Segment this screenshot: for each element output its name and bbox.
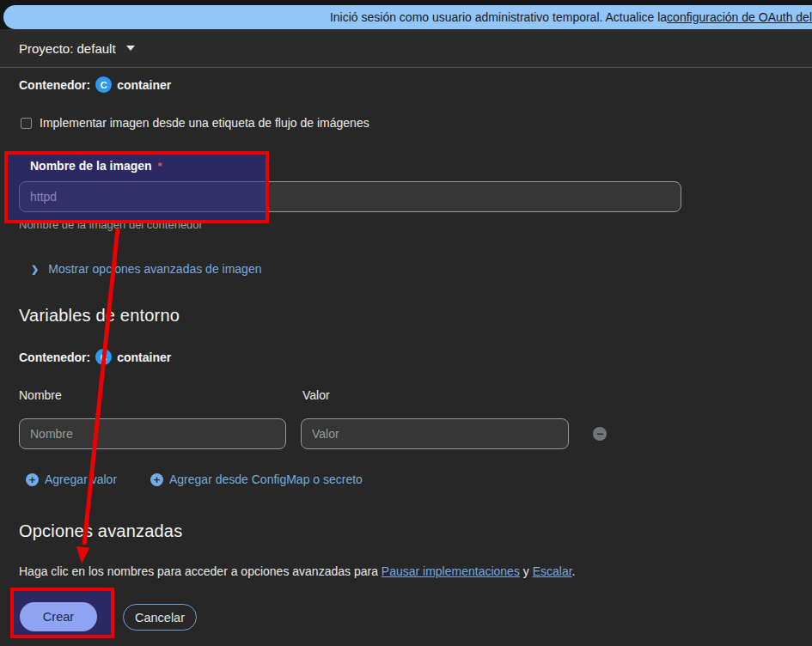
container-heading-env: Contenedor: C container: [19, 349, 171, 365]
container-name: container: [117, 78, 171, 92]
advanced-options-heading: Opciones avanzadas: [19, 521, 182, 541]
plus-circle-icon: +: [26, 473, 39, 486]
container-kind-icon: C: [95, 76, 112, 93]
deploy-from-imagestream-checkbox[interactable]: [21, 118, 32, 129]
container-kind-icon: C: [95, 349, 112, 365]
session-banner: Inició sesión como usuario administrativ…: [3, 5, 812, 29]
deploy-from-imagestream-row: Implementar imagen desde una etiqueta de…: [19, 116, 369, 130]
container-heading: Contenedor: C container: [19, 76, 171, 93]
env-vars-heading: Variables de entorno: [19, 306, 180, 326]
advanced-text-middle: y: [520, 564, 533, 578]
project-selector[interactable]: Proyecto: default: [0, 29, 812, 68]
image-name-input[interactable]: [19, 181, 681, 212]
advanced-text-before: Haga clic en los nombres para acceder a …: [19, 564, 382, 578]
remove-env-pair-icon[interactable]: −: [593, 427, 607, 441]
required-asterisk: *: [158, 160, 162, 173]
image-name-label-text: Nombre de la imagen: [30, 159, 152, 173]
create-button[interactable]: Crear: [20, 602, 97, 631]
image-name-helper: Nombre de la imagen del contenedor: [19, 218, 203, 231]
pause-rollouts-link[interactable]: Pausar implementaciones: [382, 564, 520, 578]
chevron-right-icon: ❯: [31, 264, 39, 275]
advanced-text-after: .: [572, 564, 576, 578]
add-from-configmap-link[interactable]: + Agregar desde ConfigMap o secreto: [150, 472, 363, 486]
session-banner-text: Inició sesión como usuario administrativ…: [330, 10, 667, 24]
env-name-input[interactable]: [19, 418, 286, 449]
plus-circle-icon: +: [150, 473, 163, 486]
container-heading-env-label: Contenedor:: [19, 350, 90, 364]
env-value-input[interactable]: [301, 418, 569, 449]
add-value-label: Agregar valor: [45, 472, 117, 486]
advanced-options-paragraph: Haga clic en los nombres para acceder a …: [19, 564, 576, 578]
env-value-column-label: Valor: [302, 388, 330, 402]
container-name: container: [117, 350, 171, 364]
image-name-label: Nombre de la imagen*: [30, 159, 162, 173]
deploy-from-imagestream-label: Implementar imagen desde una etiqueta de…: [40, 116, 369, 130]
show-advanced-image-options[interactable]: ❯ Mostrar opciones avanzadas de imagen: [31, 262, 261, 276]
container-heading-label: Contenedor:: [19, 78, 90, 92]
scaling-link[interactable]: Escalar: [533, 564, 572, 578]
deploy-image-page: Inició sesión como usuario administrativ…: [0, 0, 812, 646]
env-name-column-label: Nombre: [19, 388, 62, 402]
chevron-down-icon: [126, 46, 135, 51]
cancel-button[interactable]: Cancelar: [123, 604, 197, 631]
show-advanced-image-options-label: Mostrar opciones avanzadas de imagen: [48, 262, 261, 276]
add-from-configmap-label: Agregar desde ConfigMap o secreto: [169, 472, 363, 486]
oauth-config-link[interactable]: configuración de OAuth del: [667, 10, 812, 24]
project-selector-label: Proyecto: default: [19, 41, 116, 56]
top-header-zone: Inició sesión como usuario administrativ…: [0, 0, 812, 29]
add-value-link[interactable]: + Agregar valor: [26, 472, 117, 486]
